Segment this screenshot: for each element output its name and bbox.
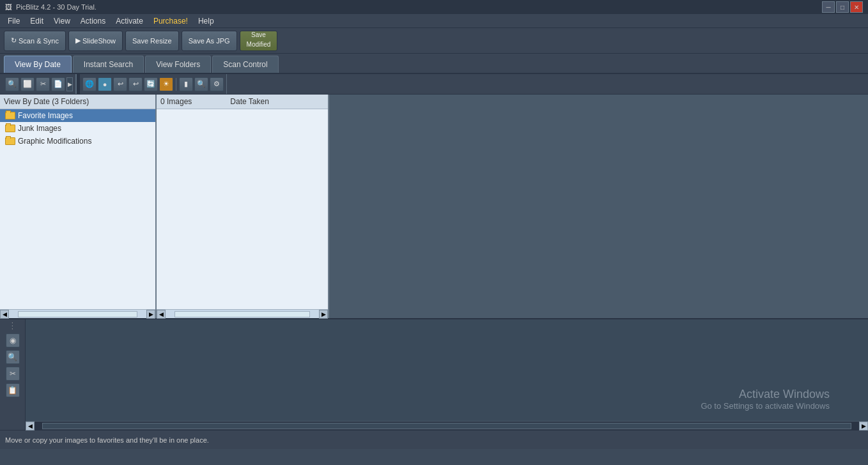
image-viewer [329,95,868,318]
scroll-right-arrow[interactable]: ▶ [146,310,155,319]
scan-sync-button[interactable]: ↻ Scan & Sync [4,31,66,51]
folder-icon-favorite [5,112,15,119]
toolbar2-left-group: 🔍 ⬜ ✂ 📄 ▶ [3,74,76,94]
folder-item-favorite[interactable]: Favorite Images [0,109,155,122]
folder-item-junk[interactable]: Junk Images [0,122,155,135]
folder-icon-graphic [5,137,15,145]
mid-scroll-track[interactable] [174,311,310,317]
tab-view-folders[interactable]: View Folders [145,56,211,73]
folder-panel-header: View By Date (3 Folders) [0,95,155,109]
bottom-section: ··· ◉ 🔍 ✂ 📋 Activate Windows Go to Setti… [0,318,868,430]
mid-scroll-right[interactable]: ▶ [319,310,328,319]
date-taken-label: Date Taken [230,97,269,106]
close-button[interactable]: ✕ [850,1,863,13]
tb2-sun-btn[interactable]: ☀ [159,77,173,91]
bottom-copy-tool[interactable]: 📋 [6,383,20,397]
bottom-main: Activate Windows Go to Settings to activ… [26,319,868,430]
folder-list: Favorite Images Junk Images Graphic Modi… [0,109,155,309]
tb2-magnify-btn[interactable]: 🔍 [194,77,208,91]
bottom-select-tool[interactable]: ◉ [6,333,20,347]
menu-file[interactable]: File [3,15,25,27]
statusbar: Move or copy your images to favorites an… [0,430,868,449]
tb2-settings-btn[interactable]: ⚙ [210,77,224,91]
statusbar-text: Move or copy your images to favorites an… [5,436,209,444]
scan-sync-icon: ↻ [11,36,17,45]
slideshow-icon: ▶ [75,36,81,45]
menu-view[interactable]: View [49,15,75,27]
secondary-toolbar: 🔍 ⬜ ✂ 📄 ▶ 🌐 ● ↩ ↩ 🔄 ☀ ▮ 🔍 ⚙ [0,74,868,95]
bottom-scroll-track[interactable] [42,423,851,429]
tb2-divider [176,78,176,91]
app-icon: 🖼 [5,3,12,11]
save-as-jpg-button[interactable]: Save As JPG [182,31,237,51]
tab-scan-control[interactable]: Scan Control [212,56,278,73]
left-scrollbar[interactable]: ◀ ▶ [0,309,155,318]
titlebar: 🖼 PicBlitz 4.2 - 30 Day Trial. ─ □ ✕ [0,0,868,14]
save-resize-button[interactable]: Save Resize [125,31,179,51]
tab-instant-search[interactable]: Instant Search [73,56,144,73]
folder-panel: View By Date (3 Folders) Favorite Images… [0,95,157,318]
titlebar-controls: ─ □ ✕ [822,1,863,13]
save-modified-button[interactable]: Save Modified [240,31,278,51]
tb2-refresh-btn[interactable]: 🔄 [144,77,158,91]
app-title: PicBlitz 4.2 - 30 Day Trial. [16,3,97,11]
tab-bar: View By Date Instant Search View Folders… [0,54,868,74]
tb2-copy-btn[interactable]: 📄 [51,77,65,91]
tb2-cut-btn[interactable]: ✂ [36,77,50,91]
bottom-scroll-right[interactable]: ▶ [859,422,868,431]
minimize-button[interactable]: ─ [822,1,835,13]
activate-watermark: Activate Windows Go to Settings to activ… [701,388,830,411]
menubar: File Edit View Actions Activate Purchase… [0,14,868,28]
tab-view-by-date[interactable]: View By Date [4,56,72,73]
tb2-blue-btn[interactable]: ● [98,77,112,91]
mid-scrollbar[interactable]: ◀ ▶ [157,309,328,318]
menu-edit[interactable]: Edit [25,15,49,27]
bottom-dots: ··· [9,322,16,331]
restore-button[interactable]: □ [836,1,849,13]
tb2-grid-btn[interactable]: ⬜ [20,77,35,91]
bottom-zoom-tool[interactable]: 🔍 [6,350,20,364]
titlebar-left: 🖼 PicBlitz 4.2 - 30 Day Trial. [5,3,97,11]
image-count-label: 0 Images [160,97,192,106]
bottom-scroll-left[interactable]: ◀ [26,422,35,431]
bottom-tools: ··· ◉ 🔍 ✂ 📋 [0,319,26,430]
bottom-scrollbar[interactable]: ◀ ▶ [26,421,868,430]
bottom-crop-tool[interactable]: ✂ [6,367,20,381]
main-toolbar: ↻ Scan & Sync ▶ SlideShow Save Resize Sa… [0,28,868,54]
tb2-globe-btn[interactable]: 🌐 [82,77,97,91]
tb2-film-btn[interactable]: ▮ [179,77,193,91]
tb2-undo1-btn[interactable]: ↩ [113,77,127,91]
image-panel: 0 Images Date Taken ◀ ▶ [157,95,329,318]
image-panel-header: 0 Images Date Taken [157,95,328,109]
slideshow-button[interactable]: ▶ SlideShow [68,31,123,51]
toolbar2-right-group: 🌐 ● ↩ ↩ 🔄 ☀ ▮ 🔍 ⚙ [80,74,227,94]
menu-activate[interactable]: Activate [111,15,148,27]
scroll-track-left[interactable] [18,311,137,317]
tb2-undo2-btn[interactable]: ↩ [128,77,143,91]
image-list [157,109,328,309]
menu-help[interactable]: Help [193,15,219,27]
folder-icon-junk [5,125,15,132]
tb2-search-btn[interactable]: 🔍 [5,77,19,91]
menu-actions[interactable]: Actions [75,15,111,27]
scroll-left-arrow[interactable]: ◀ [0,310,9,319]
tb2-left-arrow[interactable]: ▶ [66,77,73,91]
menu-purchase[interactable]: Purchase! [148,15,193,27]
main-content: View By Date (3 Folders) Favorite Images… [0,95,868,318]
folder-item-graphic[interactable]: Graphic Modifications [0,135,155,148]
mid-scroll-left[interactable]: ◀ [157,310,166,319]
